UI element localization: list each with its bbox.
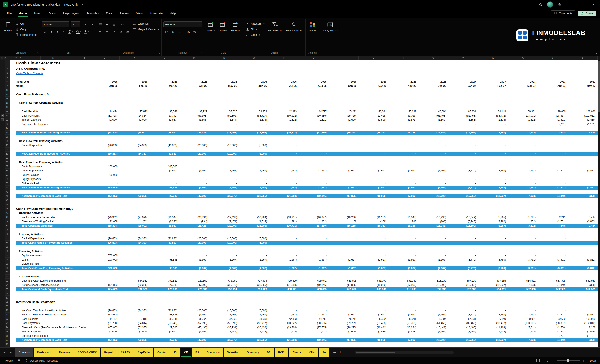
cell-P3[interactable] [269, 71, 299, 75]
cell-W2[interactable] [478, 66, 508, 71]
cell-Z44[interactable] [568, 202, 598, 207]
cell-P35[interactable]: - [269, 164, 299, 169]
cell-U33[interactable] [418, 160, 448, 164]
cell-V74[interactable]: (18,406) [448, 325, 478, 330]
cell-M5[interactable] [179, 75, 209, 80]
row-header-65[interactable]: 65 [5, 287, 10, 291]
cell-U48[interactable]: (16,233) [418, 215, 448, 220]
row-label[interactable] [10, 198, 90, 203]
cell-L63[interactable]: 792,528 [150, 279, 179, 283]
sheet-tab-so[interactable]: So [319, 348, 329, 357]
row-label[interactable]: Net Cash Flow from Operating Activities [10, 131, 90, 135]
cell-X7[interactable]: Mar-27 [508, 84, 538, 88]
cell-V76[interactable]: - [448, 334, 478, 338]
find-select-button[interactable]: Find & Select▾ [285, 19, 304, 33]
cell-Q77[interactable]: (19,146) [299, 338, 328, 342]
cell-Y60[interactable]: (3,801) [538, 266, 568, 270]
sheet-tab-payroll[interactable]: Payroll [101, 348, 117, 357]
sheet-tab-capital[interactable]: Capital [154, 348, 170, 357]
row-label[interactable] [10, 304, 90, 309]
cell-M29[interactable]: (20,000) [179, 143, 209, 147]
delete-cells-button[interactable]: Delete▾ [217, 19, 228, 33]
cell-L36[interactable]: (1,667) [150, 169, 179, 173]
align-right-button[interactable] [111, 29, 117, 35]
cell-X74[interactable]: (5,811) [508, 325, 538, 330]
cell-R78[interactable] [329, 342, 358, 347]
cell-J49[interactable]: 11,659 [90, 219, 120, 224]
cell-O24[interactable] [239, 126, 269, 131]
cell-P76[interactable]: - [269, 334, 299, 338]
cell-S44[interactable] [358, 202, 388, 207]
sheet-tab-capex[interactable]: CAPEX [117, 348, 134, 357]
outline-level-2[interactable]: 2 [4, 57, 6, 59]
row-label[interactable]: Financing Activities [10, 249, 90, 254]
cell-K60[interactable]: - [120, 266, 149, 270]
cell-O75[interactable]: (1,633) [239, 329, 269, 334]
cell-L51[interactable] [150, 228, 179, 232]
cell-T32[interactable] [388, 156, 418, 160]
cell-N20[interactable]: (59,899) [209, 114, 239, 118]
cell-V56[interactable] [448, 249, 478, 254]
cell-P48[interactable]: (18,331) [269, 215, 299, 220]
cell-W64[interactable]: (12,637) [478, 283, 508, 287]
row-label[interactable] [10, 342, 90, 347]
cell-T52[interactable] [388, 232, 418, 237]
cell-N75[interactable]: (1,644) [209, 329, 239, 334]
cell-J5[interactable] [90, 75, 120, 80]
row-label[interactable]: Interest on Cash Breakdown [10, 300, 90, 304]
cell-K32[interactable] [120, 156, 149, 160]
cell-K37[interactable]: - [120, 173, 149, 177]
cell-P70[interactable]: - [269, 309, 299, 313]
cell-Q39[interactable]: - [299, 181, 328, 186]
row-header-38[interactable]: 38 [5, 177, 10, 181]
cell-M72[interactable]: 33,929 [179, 317, 209, 321]
cell-U78[interactable] [418, 342, 448, 347]
sheet-tab-valuation[interactable]: Valuation [224, 348, 243, 357]
sheet-tab-bs[interactable]: BS [192, 348, 203, 357]
cell-R29[interactable]: - [329, 143, 358, 147]
cell-Q25[interactable]: (17,480) [299, 131, 328, 135]
cell-R71[interactable]: (1,667) [329, 313, 358, 317]
cell-U30[interactable] [418, 147, 448, 152]
cell-T31[interactable]: - [388, 152, 418, 156]
cell-X5[interactable] [508, 75, 538, 80]
row-label[interactable] [10, 228, 90, 232]
row-label[interactable]: Go to Table of Contents [10, 71, 90, 75]
cell-O49[interactable]: (1,014) [239, 219, 269, 224]
cell-N43[interactable] [209, 198, 239, 203]
cell-N62[interactable] [209, 274, 239, 279]
cell-X66[interactable] [508, 291, 538, 296]
cell-Q57[interactable]: - [299, 253, 328, 258]
cell-N64[interactable]: (35,575) [209, 283, 239, 287]
cell-S53[interactable]: - [358, 236, 388, 241]
cell-Y29[interactable]: - [538, 143, 568, 147]
cell-R40[interactable]: (1,667) [329, 185, 358, 190]
cell-Z47[interactable] [568, 211, 598, 215]
cell-L39[interactable]: - [150, 181, 179, 186]
cell-J23[interactable]: - [90, 122, 120, 127]
cell-W54[interactable]: - [478, 241, 508, 245]
cell-K39[interactable]: - [120, 181, 149, 186]
row-header-22[interactable]: 22 [5, 118, 10, 122]
row-header-45[interactable]: 45 [5, 207, 10, 211]
cell-J69[interactable] [90, 304, 120, 309]
insert-cells-button[interactable]: Insert▾ [206, 19, 216, 33]
cell-P29[interactable]: - [269, 143, 299, 147]
cell-U66[interactable] [418, 291, 448, 296]
cell-P6[interactable]: 2026 [269, 80, 299, 84]
cell-Y2[interactable] [538, 66, 568, 71]
cell-Y61[interactable] [538, 270, 568, 274]
cell-V61[interactable] [448, 270, 478, 274]
cell-Q65[interactable]: 668,895 [299, 287, 328, 291]
cell-J50[interactable]: (18,304) [90, 224, 120, 228]
font-color-button[interactable]: A ▾ [83, 29, 90, 35]
cell-U77[interactable]: (18,008) [418, 338, 448, 342]
column-header-F[interactable]: F [22, 56, 40, 60]
row-label[interactable]: Changes in Working Capital [10, 219, 90, 224]
cell-K30[interactable] [120, 147, 149, 152]
cell-M3[interactable] [179, 71, 209, 75]
cell-Y63[interactable]: 557,308 [538, 279, 568, 283]
cell-R45[interactable] [329, 207, 358, 211]
cell-K74[interactable]: (61,335) [120, 325, 149, 330]
cell-Q73[interactable]: (60,586) [299, 321, 328, 325]
